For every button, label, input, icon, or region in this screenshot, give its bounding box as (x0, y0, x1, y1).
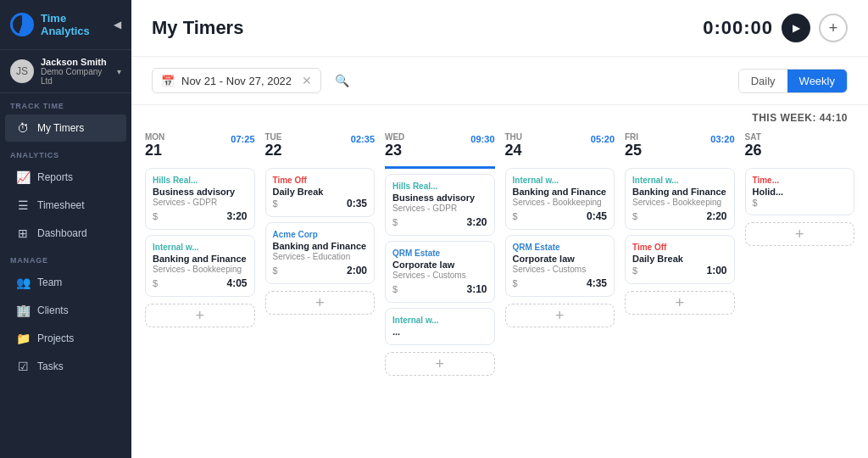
card-title: Business advisory (153, 187, 248, 197)
timer-card[interactable]: Internal w... Banking and Finance Servic… (625, 168, 735, 230)
card-client: Time Off (273, 176, 368, 185)
sidebar-item-clients[interactable]: 🏢 Clients (5, 297, 126, 324)
tasks-icon: ☑ (15, 360, 31, 373)
dollar-icon: $ (273, 198, 278, 209)
date-range-clear-button[interactable]: ✕ (302, 74, 312, 87)
sidebar-item-tasks[interactable]: ☑ Tasks (5, 353, 126, 380)
day-column-thu: THU 24 05:20 Internal w... Banking and F… (502, 127, 619, 451)
timer-card[interactable]: Hills Real... Business advisory Services… (385, 174, 495, 236)
card-client: Hills Real... (392, 182, 487, 191)
day-header-thu: THU 24 05:20 (502, 127, 619, 165)
add-timer-button-fri[interactable]: + (625, 291, 735, 315)
card-service: Services - GDPR (392, 204, 487, 213)
card-client: Internal w... (153, 243, 248, 252)
reports-icon: 📈 (15, 170, 31, 184)
timer-card[interactable]: QRM Estate Corporate law Services - Cust… (385, 241, 495, 303)
play-button[interactable]: ▶ (782, 14, 810, 42)
add-timer-button-thu[interactable]: + (505, 304, 615, 327)
date-range-picker[interactable]: 📅 Nov 21 - Nov 27, 2022 ✕ (152, 68, 321, 93)
day-total: 05:20 (591, 134, 615, 144)
dashboard-icon: ⊞ (15, 226, 31, 240)
card-footer: $ 1:00 (632, 265, 727, 276)
sidebar-item-label: Team (37, 276, 62, 288)
day-total: 02:35 (351, 134, 375, 144)
card-footer: $ 2:00 (273, 265, 368, 276)
sidebar-item-projects[interactable]: 📁 Projects (5, 325, 126, 352)
card-time: 4:05 (226, 277, 247, 289)
day-column-tue: TUE 22 02:35 Time Off Daily Break $ 0:35 (262, 127, 379, 451)
timer-card[interactable]: Acme Corp Banking and Finance Services -… (265, 222, 376, 284)
timer-card[interactable]: Internal w... Banking and Finance Servic… (145, 235, 255, 297)
app-title: Time Analytics (41, 12, 107, 37)
timer-card[interactable]: Time Off Daily Break $ 1:00 (625, 235, 735, 284)
card-title: Corporate law (392, 260, 487, 270)
sidebar-item-my-timers[interactable]: ⏱ My Timers (5, 114, 126, 142)
timer-card[interactable]: QRM Estate Corporate law Services - Cust… (505, 235, 615, 297)
header-controls: 0:00:00 ▶ + (703, 14, 848, 42)
day-number: 26 (745, 142, 855, 159)
day-total: 09:30 (470, 134, 494, 144)
card-client: Hills Real... (153, 176, 248, 185)
timer-card[interactable]: Internal w... ... (385, 308, 495, 345)
day-column-fri: FRI 25 03:20 Internal w... Banking and F… (621, 127, 738, 451)
add-timer-button-wed[interactable]: + (385, 352, 495, 376)
dollar-icon: $ (153, 278, 158, 288)
dollar-icon: $ (513, 211, 518, 221)
user-dropdown-chevron: ▾ (117, 67, 121, 76)
sidebar-item-timesheet[interactable]: ☰ Timesheet (5, 192, 126, 219)
timer-card[interactable]: Time... Holid... $ (745, 168, 855, 215)
day-cards-wed: Hills Real... Business advisory Services… (381, 170, 498, 349)
sidebar-section-label: TRACK TIME (0, 93, 131, 114)
dollar-icon: $ (753, 198, 758, 208)
timer-display: 0:00:00 (703, 17, 773, 39)
day-column-sat: SAT 26 Time... Holid... $ + (742, 127, 859, 451)
card-client: Time Off (632, 243, 727, 252)
card-time: 0:45 (587, 210, 607, 222)
card-time: 3:20 (466, 216, 487, 228)
search-button[interactable]: 🔍 (328, 67, 355, 94)
card-service: Services - Bookkeeping (632, 198, 727, 207)
sidebar-item-reports[interactable]: 📈 Reports (5, 164, 126, 191)
card-footer: $ 3:10 (392, 283, 487, 295)
sidebar-nav: TRACK TIME ⏱ My Timers ANALYTICS 📈 Repor… (0, 93, 131, 381)
card-title: Daily Break (273, 187, 368, 197)
main-header: My Timers 0:00:00 ▶ + (131, 0, 868, 57)
add-timer-button-sat[interactable]: + (745, 222, 855, 246)
card-time: 0:35 (347, 198, 367, 209)
date-range-value: Nov 21 - Nov 27, 2022 (181, 75, 292, 87)
sidebar-item-label: Tasks (37, 360, 64, 372)
add-timer-button-mon[interactable]: + (145, 304, 255, 327)
sidebar-item-dashboard[interactable]: ⊞ Dashboard (5, 220, 126, 247)
weekly-view-button[interactable]: Weekly (787, 70, 847, 92)
timer-card[interactable]: Internal w... Banking and Finance Servic… (505, 168, 615, 230)
dollar-icon: $ (392, 217, 398, 227)
card-time: 2:20 (706, 210, 726, 222)
timer-card[interactable]: Hills Real... Business advisory Services… (145, 168, 255, 230)
add-timer-button-tue[interactable]: + (265, 291, 376, 315)
daily-view-button[interactable]: Daily (739, 70, 787, 92)
card-service: Services - Customs (392, 271, 487, 280)
card-client: Internal w... (513, 176, 608, 185)
user-name: Jackson Smith (41, 57, 110, 67)
card-footer: $ (753, 198, 848, 208)
dollar-icon: $ (632, 211, 637, 221)
card-footer: $ 0:45 (513, 210, 608, 222)
day-header-wed: WED 23 09:30 (381, 127, 498, 165)
card-footer: $ 3:20 (392, 216, 487, 228)
user-info: Jackson Smith Demo Company Ltd (41, 57, 110, 86)
timer-card[interactable]: Time Off Daily Break $ 0:35 (265, 168, 376, 217)
sidebar-item-label: My Timers (37, 122, 84, 134)
sidebar-item-team[interactable]: 👥 Team (5, 269, 126, 296)
sidebar-header: Time Analytics ◀ (0, 0, 131, 49)
add-timer-header-button[interactable]: + (819, 14, 848, 42)
card-title: Banking and Finance (273, 241, 368, 251)
sidebar-section-label: ANALYTICS (0, 142, 131, 163)
day-cards-thu: Internal w... Banking and Finance Servic… (502, 165, 619, 300)
day-number: 23 (385, 142, 495, 159)
day-total: 07:25 (231, 134, 254, 144)
sidebar-collapse-button[interactable]: ◀ (114, 19, 121, 31)
sidebar-user-profile[interactable]: JS Jackson Smith Demo Company Ltd ▾ (0, 49, 131, 93)
card-client: Time... (753, 176, 848, 185)
card-service: Services - Education (273, 252, 368, 261)
calendar-grid: MON 21 07:25 Hills Real... Business advi… (131, 127, 868, 458)
